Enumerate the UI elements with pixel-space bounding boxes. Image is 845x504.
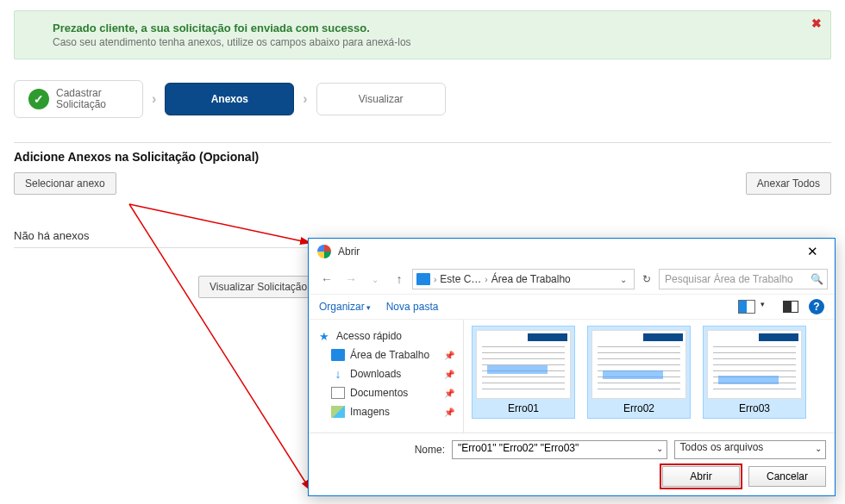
chevron-right-icon: ›: [485, 275, 487, 284]
dialog-tree[interactable]: ★ Acesso rápido Área de Trabalho 📌 ↓ Dow…: [309, 320, 464, 432]
file-name: Erro01: [508, 402, 539, 414]
help-button[interactable]: ?: [809, 299, 824, 314]
dialog-file-pane[interactable]: Erro01Erro02Erro03: [464, 320, 835, 432]
success-banner: ✖ Prezado cliente, a sua solicitação foi…: [14, 10, 831, 59]
section-heading: Adicione Anexos na Solicitação (Opcional…: [14, 142, 831, 164]
chevron-right-icon: ›: [434, 275, 436, 284]
tree-label: Acesso rápido: [336, 330, 402, 342]
dialog-close-button[interactable]: ✕: [795, 240, 829, 263]
view-mode-button[interactable]: [738, 300, 755, 314]
visualizar-solicitacao-button[interactable]: Visualizar Solicitação: [198, 276, 318, 298]
chevron-down-icon[interactable]: ⌄: [815, 444, 822, 453]
pin-icon: 📌: [444, 351, 454, 360]
star-icon: ★: [317, 330, 331, 342]
filename-input[interactable]: [456, 441, 651, 455]
name-label: Nome:: [317, 444, 445, 456]
breadcrumb-leaf[interactable]: Área de Trabalho: [491, 273, 571, 285]
download-icon: ↓: [331, 368, 345, 380]
file-item[interactable]: Erro02: [588, 327, 690, 418]
check-icon: ✓: [28, 89, 49, 109]
nav-recent-button[interactable]: ⌄: [364, 269, 386, 289]
filter-combo[interactable]: Todos os arquivos ⌄: [674, 440, 826, 459]
filename-combo[interactable]: ⌄: [452, 440, 667, 459]
dialog-toolbar: Organizar▾ Nova pasta ?: [309, 294, 835, 320]
search-icon: 🔍: [811, 273, 823, 285]
file-thumbnail: [476, 330, 571, 399]
search-box[interactable]: 🔍: [659, 269, 828, 289]
file-item[interactable]: Erro01: [473, 327, 574, 418]
breadcrumb[interactable]: › Este C… › Área de Trabalho ⌄: [412, 269, 635, 289]
file-thumbnail: [592, 330, 686, 399]
folder-icon: [416, 273, 430, 285]
document-icon: [331, 387, 345, 399]
refresh-button[interactable]: ↻: [636, 269, 657, 289]
nav-back-button[interactable]: ←: [316, 269, 338, 289]
step-cadastrar[interactable]: ✓ Cadastrar Solicitação: [14, 80, 143, 118]
chevron-right-icon: ›: [152, 91, 156, 107]
tree-documents[interactable]: Documentos 📌: [312, 383, 460, 402]
tree-desktop[interactable]: Área de Trabalho 📌: [312, 345, 460, 364]
wizard-steps: ✓ Cadastrar Solicitação › Anexos › Visua…: [14, 80, 831, 118]
step-anexos-label: Anexos: [211, 93, 248, 105]
chevron-right-icon: ›: [303, 91, 307, 107]
nav-forward-button[interactable]: →: [340, 269, 362, 289]
dialog-title: Abrir: [338, 246, 795, 258]
new-folder-button[interactable]: Nova pasta: [386, 301, 439, 313]
breadcrumb-dropdown[interactable]: ⌄: [617, 275, 630, 284]
breadcrumb-root[interactable]: Este C…: [440, 273, 481, 285]
file-item[interactable]: Erro03: [704, 327, 805, 418]
tree-quick-access[interactable]: ★ Acesso rápido: [312, 327, 460, 345]
pin-icon: 📌: [444, 370, 454, 379]
pin-icon: 📌: [444, 408, 454, 417]
dialog-nav: ← → ⌄ ↑ › Este C… › Área de Trabalho ⌄ ↻…: [309, 264, 835, 294]
step-visualizar-label: Visualizar: [359, 93, 404, 105]
filter-value: Todos os arquivos: [680, 441, 764, 453]
file-name: Erro02: [623, 402, 654, 414]
step-cadastrar-line2: Solicitação: [56, 99, 106, 110]
organize-button[interactable]: Organizar▾: [319, 301, 371, 313]
dialog-titlebar[interactable]: Abrir ✕: [309, 239, 835, 264]
tree-images[interactable]: Imagens 📌: [312, 402, 460, 421]
dialog-bottom: Nome: ⌄ Todos os arquivos ⌄ Abrir Cancel…: [309, 432, 835, 495]
open-button[interactable]: Abrir: [662, 466, 740, 487]
image-icon: [331, 406, 345, 418]
tree-label: Downloads: [350, 368, 401, 380]
tree-label: Documentos: [350, 387, 408, 399]
file-thumbnail: [707, 330, 802, 399]
preview-pane-button[interactable]: [783, 301, 798, 313]
search-input[interactable]: [663, 272, 807, 286]
close-icon[interactable]: ✖: [811, 16, 822, 30]
file-name: Erro03: [739, 402, 770, 414]
chrome-icon: [317, 245, 331, 258]
cancel-button[interactable]: Cancelar: [748, 466, 826, 487]
folder-icon: [331, 349, 345, 361]
nav-up-button[interactable]: ↑: [388, 269, 410, 289]
step-anexos[interactable]: Anexos: [165, 83, 294, 115]
file-open-dialog: Abrir ✕ ← → ⌄ ↑ › Este C… › Área de Trab…: [308, 238, 836, 496]
tree-label: Imagens: [350, 406, 390, 418]
pin-icon: 📌: [444, 389, 454, 398]
chevron-down-icon[interactable]: ⌄: [656, 444, 663, 453]
tree-downloads[interactable]: ↓ Downloads 📌: [312, 364, 460, 383]
anexar-todos-button[interactable]: Anexar Todos: [746, 172, 831, 195]
tree-label: Área de Trabalho: [350, 349, 429, 361]
banner-title: Prezado cliente, a sua solicitação foi e…: [53, 22, 796, 34]
step-visualizar[interactable]: Visualizar: [316, 83, 446, 115]
banner-subtitle: Caso seu atendimento tenha anexos, utili…: [53, 36, 796, 48]
selecionar-anexo-button[interactable]: Selecionar anexo: [14, 172, 116, 195]
